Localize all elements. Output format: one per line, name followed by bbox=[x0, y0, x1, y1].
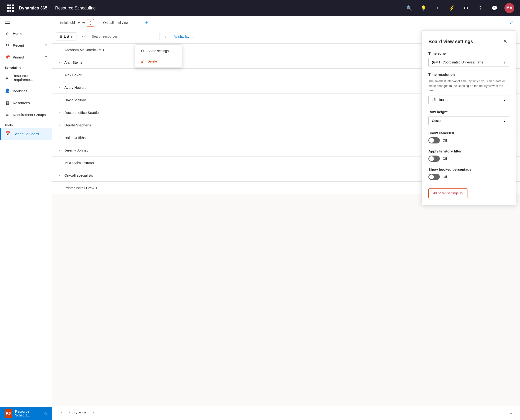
time-zone-label: Time zone bbox=[428, 51, 509, 55]
row-height-value: Custom bbox=[432, 119, 443, 123]
toggle-track[interactable] bbox=[428, 174, 440, 180]
close-panel-button[interactable]: ✕ bbox=[501, 37, 509, 46]
chevron-down-icon: ∨ bbox=[503, 98, 506, 102]
sidebar-item-requirement-groups[interactable]: ≡ Requirement Groups bbox=[0, 109, 52, 120]
time-zone-section: Time zone (GMT) Coordinated Universal Ti… bbox=[428, 51, 509, 67]
apply-territory-filter-section: Apply territory filter Off bbox=[428, 149, 509, 162]
sidebar-item-recent[interactable]: ↺ Recent ∨ bbox=[0, 39, 52, 51]
topbar: Dynamics 365 Resource Scheduling 🔍 💡 + ⚡… bbox=[0, 0, 520, 16]
scheduling-section-title: Scheduling bbox=[0, 63, 52, 70]
tab-on-call-pool-view[interactable]: On-call pool view ⋮ bbox=[99, 16, 142, 29]
sidebar-item-resources[interactable]: ▦ Resources bbox=[0, 97, 52, 109]
add-icon[interactable]: + bbox=[433, 4, 442, 12]
sidebar-item-resource-requirements[interactable]: ≡ Resource Requireme... bbox=[0, 70, 52, 85]
resource-name: MOD Administrator bbox=[64, 161, 94, 165]
search-resources-input[interactable] bbox=[89, 33, 160, 40]
expand-chevron-icon[interactable]: › bbox=[57, 135, 61, 140]
expand-chevron-icon[interactable]: › bbox=[57, 110, 61, 115]
chat-icon[interactable]: 💬 bbox=[490, 4, 499, 12]
expand-chevron-icon[interactable]: › bbox=[57, 47, 61, 52]
sidebar-item-schedule-board[interactable]: 📅 Schedule Board bbox=[0, 128, 52, 140]
time-resolution-select[interactable]: 15 minutes ∨ bbox=[428, 95, 509, 104]
all-board-settings-label: All board settings bbox=[433, 191, 459, 195]
tab-bar: Initial public view ⋮ On-call pool view … bbox=[52, 16, 520, 29]
sidebar: ⌂ Home ↺ Recent ∨ 📌 Pinned ∨ Scheduling … bbox=[0, 16, 52, 420]
availability-button[interactable]: Availability ⌄ bbox=[171, 33, 196, 40]
rs-icon[interactable]: RS bbox=[5, 409, 12, 418]
sidebar-item-pinned[interactable]: 📌 Pinned ∨ bbox=[0, 51, 52, 63]
resource-name: Alan Steiner bbox=[64, 60, 84, 64]
tab-label: On-call pool view bbox=[103, 21, 128, 25]
all-board-settings-button[interactable]: All board settings ⧉ bbox=[428, 188, 468, 198]
dropdown-item-delete[interactable]: 🗑 Delete bbox=[135, 56, 182, 67]
filter-icon[interactable]: ⚡ bbox=[448, 4, 456, 12]
view-list-button[interactable]: ▦ List ∨ bbox=[56, 32, 76, 40]
expand-chevron-icon[interactable]: › bbox=[57, 72, 61, 77]
view-label: List bbox=[64, 35, 69, 38]
tab-more-button[interactable]: ⋮ bbox=[87, 19, 94, 27]
expand-chevron-icon[interactable]: › bbox=[57, 60, 61, 65]
diamond-icon: ◇ bbox=[44, 411, 47, 416]
bottom-bar-label: Resource Schedul... bbox=[15, 410, 41, 417]
module-name: Resource Scheduling bbox=[55, 6, 96, 11]
search-icon[interactable]: 🔍 bbox=[405, 4, 414, 12]
resource-name: On-call specialists bbox=[64, 173, 93, 177]
panel-title: Board view settings bbox=[428, 39, 473, 44]
show-booked-percentage-toggle: Off bbox=[428, 174, 509, 180]
pagination-prev-button[interactable]: ‹ bbox=[57, 409, 65, 417]
toggle-label: Off bbox=[443, 157, 447, 160]
sidebar-item-label: Schedule Board bbox=[14, 132, 39, 136]
brand-name[interactable]: Dynamics 365 bbox=[19, 6, 47, 11]
show-booked-percentage-section: Show booked percentage Off bbox=[428, 167, 509, 180]
apply-territory-filter-label: Apply territory filter bbox=[428, 149, 509, 153]
chevron-down-icon: ∨ bbox=[503, 60, 506, 64]
expand-chevron-icon[interactable]: › bbox=[57, 173, 61, 178]
recent-icon: ↺ bbox=[5, 43, 10, 48]
expand-chevron-icon[interactable]: › bbox=[57, 123, 61, 127]
toggle-track[interactable] bbox=[428, 137, 440, 143]
toggle-track[interactable] bbox=[428, 156, 440, 162]
expand-chevron-icon[interactable]: › bbox=[57, 85, 61, 90]
row-height-select[interactable]: Custom ∨ bbox=[428, 116, 509, 125]
dropdown-item-board-settings[interactable]: ⚙ Board settings bbox=[135, 46, 182, 56]
toolbar-ellipsis-button[interactable]: ⋯ bbox=[78, 32, 87, 41]
tab-ellipsis-icon[interactable]: ⋮ bbox=[130, 19, 138, 27]
lightbulb-icon[interactable]: 💡 bbox=[419, 4, 428, 12]
home-icon: ⌂ bbox=[5, 31, 10, 36]
sidebar-item-label: Resources bbox=[13, 101, 30, 105]
schedule-board-icon: 📅 bbox=[6, 131, 11, 136]
expand-chevron-icon[interactable]: › bbox=[57, 148, 61, 152]
sidebar-item-home[interactable]: ⌂ Home bbox=[0, 28, 52, 39]
resource-name: Jeremy Johnson bbox=[64, 148, 90, 152]
delete-icon: 🗑 bbox=[140, 59, 145, 64]
sidebar-item-bookings[interactable]: 👤 Bookings bbox=[0, 85, 52, 97]
sort-button[interactable]: ↕ bbox=[162, 33, 169, 40]
expand-chevron-icon[interactable]: › bbox=[57, 160, 61, 165]
resource-name: David Mallory bbox=[64, 98, 86, 102]
expand-chevron-icon[interactable]: › bbox=[57, 185, 61, 190]
add-tab-button[interactable]: + bbox=[143, 19, 150, 27]
time-zone-select[interactable]: (GMT) Coordinated Universal Time ∨ bbox=[428, 58, 509, 67]
collapse-button[interactable]: ∧ bbox=[507, 409, 515, 417]
tab-initial-public-view[interactable]: Initial public view ⋮ bbox=[56, 16, 98, 29]
waffle-icon[interactable] bbox=[6, 3, 15, 13]
expand-icon[interactable]: ⤢ bbox=[507, 18, 516, 28]
settings-icon[interactable]: ⚙ bbox=[462, 4, 470, 12]
chevron-down-icon: ∨ bbox=[503, 119, 506, 123]
show-canceled-section: Show canceled Off bbox=[428, 131, 509, 143]
help-icon[interactable]: ? bbox=[476, 4, 484, 12]
resource-name: Gerald Stephens bbox=[64, 123, 91, 127]
time-resolution-label: Time resolution bbox=[428, 72, 509, 76]
sidebar-item-label: Recent bbox=[13, 43, 24, 47]
user-avatar[interactable]: MA bbox=[504, 3, 514, 13]
expand-chevron-icon[interactable]: › bbox=[57, 98, 61, 102]
resource-name: Halle Griffiths bbox=[64, 136, 86, 140]
groups-icon: ≡ bbox=[5, 112, 10, 117]
gear-icon: ⚙ bbox=[140, 49, 145, 53]
tab-label: Initial public view bbox=[60, 21, 85, 25]
pagination-next-button[interactable]: › bbox=[90, 409, 98, 417]
external-link-icon: ⧉ bbox=[460, 191, 463, 195]
list-icon: ≡ bbox=[5, 75, 10, 80]
chevron-down-icon: ⌄ bbox=[191, 35, 194, 38]
sidebar-hamburger[interactable] bbox=[0, 16, 52, 28]
